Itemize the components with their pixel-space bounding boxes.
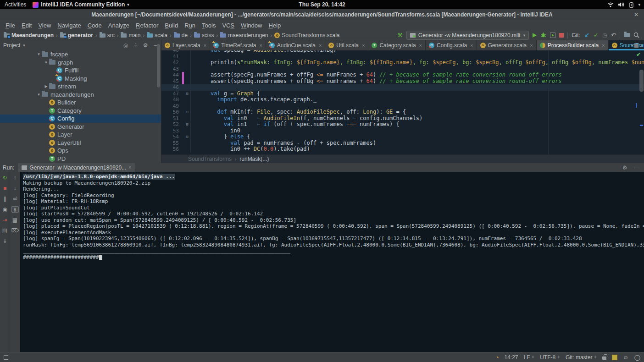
- restore-layout-icon[interactable]: ▤: [1, 227, 9, 234]
- code-line-54[interactable]: 54⊟ } else {: [161, 134, 644, 140]
- run-button[interactable]: [533, 33, 537, 38]
- tree-arrow-expanded-icon[interactable]: ▼: [36, 50, 42, 59]
- tree-item-config[interactable]: CConfig: [0, 115, 161, 123]
- menu-edit[interactable]: Edit: [18, 22, 35, 29]
- tree-item-generator[interactable]: oGenerator: [0, 123, 161, 131]
- code-line-56[interactable]: 56 in0 ++ DC(0.0).take(pad): [161, 146, 644, 153]
- tab-audiocue-scala[interactable]: CAudioCue.scala×: [266, 40, 326, 50]
- breadcrumb-item-maeanderungen[interactable]: maeanderungen: [220, 32, 268, 38]
- breadcrumb-item-src[interactable]: src: [100, 32, 115, 38]
- tab-processbuilder-scala[interactable]: ProcessBuilder.scala×: [537, 40, 609, 50]
- tree-item-masking[interactable]: CMasking: [0, 75, 161, 83]
- run-with-coverage-button[interactable]: [550, 33, 555, 38]
- tab-timeref-scala[interactable]: CTimeRef.scala×: [210, 40, 266, 50]
- close-icon[interactable]: ×: [419, 43, 422, 48]
- tree-arrow-expanded-icon[interactable]: ▼: [36, 91, 42, 99]
- tab-config-scala[interactable]: CConfig.scala×: [426, 40, 477, 50]
- code-editor[interactable]: 40 val specBg = AudioFile.readSpec(fInBg…: [161, 50, 644, 154]
- fold-marker-icon[interactable]: ⊟: [184, 91, 190, 97]
- tree-item-builder[interactable]: oBuilder: [0, 99, 161, 107]
- settings-gear-icon[interactable]: ⚙: [622, 165, 627, 171]
- close-icon[interactable]: ×: [319, 43, 322, 48]
- tree-item-fulfill[interactable]: CFulfill: [0, 66, 161, 75]
- breadcrumb-container[interactable]: SoundTransforms: [188, 156, 232, 162]
- breadcrumb-item-soundtransforms.scala[interactable]: oSoundTransforms.scala: [274, 32, 339, 38]
- tree-item-graph[interactable]: ▼graph: [0, 59, 161, 67]
- inspections-ok-icon[interactable]: ✔: [636, 51, 641, 58]
- menu-build[interactable]: Build: [161, 22, 181, 29]
- git-history-icon[interactable]: ◷: [602, 31, 607, 40]
- breadcrumb-item-scala[interactable]: scala: [147, 32, 167, 38]
- code-line-45[interactable]: 45 assert(specBg.numFrames + offBg <= nu…: [161, 78, 644, 85]
- menu-analyze[interactable]: Analyze: [105, 22, 133, 29]
- menu-run[interactable]: Run: [181, 22, 199, 29]
- close-icon[interactable]: ×: [362, 43, 365, 48]
- tab-generator-scala[interactable]: oGenerator.scala×: [477, 40, 537, 50]
- settings-gear-icon[interactable]: ⚙: [143, 42, 148, 49]
- hidden-tabs-dropdown-icon[interactable]: ▾: [631, 43, 633, 48]
- menu-navigate[interactable]: Navigate: [54, 22, 84, 29]
- tree-item-stream[interactable]: ▶stream: [0, 82, 161, 91]
- menu-view[interactable]: View: [35, 22, 54, 29]
- gradle-face-icon[interactable]: ☺: [623, 354, 628, 361]
- encoding-widget[interactable]: UTF-8⇕: [540, 354, 560, 361]
- debug-button[interactable]: [540, 32, 546, 38]
- tree-arrow-collapsed-icon[interactable]: ▶: [43, 82, 49, 91]
- code-line-44[interactable]: 44 assert(specFg.numFrames + offFg <= nu…: [161, 72, 644, 78]
- editor-breadcrumb[interactable]: SoundTransforms › runMask(...): [161, 154, 644, 163]
- tree-item-layer[interactable]: oLayer: [0, 131, 161, 139]
- breadcrumb-item-maeanderungen[interactable]: Maeanderungen: [4, 32, 54, 38]
- git-branch-widget[interactable]: Git: master⇕: [566, 354, 597, 361]
- tree-item-fscape[interactable]: ▼fscape: [0, 50, 161, 59]
- minimize-panel-icon[interactable]: ─: [634, 165, 638, 171]
- stop-icon[interactable]: ■: [1, 185, 9, 192]
- fold-marker-icon[interactable]: ⊟: [184, 121, 190, 128]
- build-hammer-icon[interactable]: ⚒: [397, 31, 403, 40]
- close-icon[interactable]: ×: [204, 43, 206, 48]
- code-line-42[interactable]: 42 println(s"runMask: fInFg: ${fInFg.nam…: [161, 60, 644, 66]
- code-line-41[interactable]: 41: [161, 54, 644, 60]
- close-icon[interactable]: ×: [470, 43, 473, 48]
- tree-scrollbar[interactable]: [157, 44, 160, 88]
- split-editor-icon[interactable]: [634, 44, 638, 48]
- tree-item-pd[interactable]: TPD: [0, 155, 161, 163]
- stop-button[interactable]: [559, 33, 564, 38]
- clock[interactable]: Thu Sep 20, 14:42: [299, 1, 345, 8]
- fold-marker-icon[interactable]: ⊟: [184, 134, 190, 140]
- activities-button[interactable]: Activities: [5, 1, 26, 8]
- close-icon[interactable]: ×: [530, 43, 533, 48]
- window-close-button[interactable]: ✕: [634, 9, 638, 20]
- exit-icon[interactable]: ⇥: [1, 217, 9, 223]
- project-folder-icon[interactable]: [624, 32, 630, 38]
- menu-refactor[interactable]: Refactor: [133, 22, 161, 29]
- code-line-51[interactable]: 51 val in0 = AudioFileIn(f, numChannels …: [161, 115, 644, 122]
- run-console-output[interactable]: /usr/lib/jvm/java-1.8.0-openjdk-amd64/bi…: [20, 172, 644, 352]
- breadcrumb-item-de[interactable]: de: [174, 32, 188, 38]
- tab-util-scala[interactable]: oUtil.scala×: [325, 40, 368, 50]
- locate-file-icon[interactable]: ◎: [123, 42, 128, 49]
- scroll-up-icon[interactable]: ↑: [11, 175, 19, 181]
- search-everywhere-button[interactable]: [633, 32, 639, 38]
- print-icon[interactable]: ▤: [11, 217, 19, 223]
- tab-category-scala[interactable]: TCategory.scala×: [368, 40, 426, 50]
- editor-scrollbar[interactable]: [639, 70, 644, 92]
- tree-arrow-expanded-icon[interactable]: ▼: [43, 59, 49, 67]
- pin-tab-icon[interactable]: ↧: [1, 238, 9, 244]
- soft-wrap-icon[interactable]: ⏎: [11, 196, 19, 202]
- app-menu-button[interactable]: IntelliJ IDEA Community Edition ▾: [33, 1, 129, 8]
- code-line-47[interactable]: 47⊟ val g = Graph {: [161, 91, 644, 97]
- code-line-50[interactable]: 50⊟ def mkIn(f: File, spec: AudioFileSpe…: [161, 109, 644, 115]
- code-line-53[interactable]: 53 in0: [161, 128, 644, 134]
- toolwindow-toggle-icon[interactable]: [4, 355, 8, 360]
- tree-item-maeanderungen[interactable]: ▼maeanderungen: [0, 91, 161, 99]
- menu-tools[interactable]: Tools: [199, 22, 219, 29]
- code-line-52[interactable]: 52⊟ val in1 = if (off + spec.numFrames =…: [161, 121, 644, 128]
- memory-indicator-icon[interactable]: ◯: [634, 354, 640, 361]
- tree-item-ops[interactable]: oOps: [0, 147, 161, 155]
- clear-all-icon[interactable]: ⌦: [11, 227, 19, 234]
- code-line-46[interactable]: 46: [161, 84, 644, 91]
- run-configuration-combo[interactable]: Generator -w Maeanderungen180920.mllt ▾: [406, 31, 529, 40]
- code-line-55[interactable]: 55 val pad = numFrames - (off + spec.num…: [161, 140, 644, 147]
- scroll-down-icon[interactable]: ↓: [11, 185, 19, 192]
- breadcrumb-member[interactable]: runMask(...): [239, 156, 269, 162]
